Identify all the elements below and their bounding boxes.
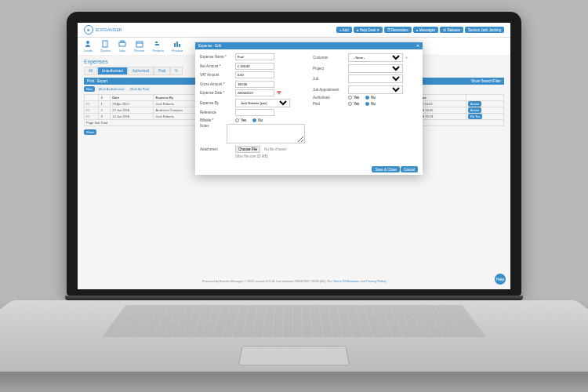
expense-date-field[interactable]	[235, 89, 274, 96]
svg-point-0	[86, 41, 89, 44]
billable-no-radio[interactable]: No	[252, 118, 263, 122]
paid-no-radio[interactable]: No	[365, 102, 376, 106]
svg-rect-9	[176, 42, 178, 47]
add-button[interactable]: + Add	[336, 27, 352, 33]
svg-rect-8	[174, 43, 176, 47]
authorised-yes-radio[interactable]: Yes	[348, 96, 359, 100]
new-button[interactable]: New	[84, 86, 95, 92]
close-icon[interactable]: ✕	[416, 44, 419, 48]
messages-button[interactable]: ● Messages	[413, 27, 438, 33]
row-action-button[interactable]: Action	[468, 101, 481, 107]
modal-title: Expense · Edit	[198, 44, 221, 48]
billable-yes-radio[interactable]: Yes	[235, 118, 246, 122]
help-button[interactable]: Help	[495, 274, 506, 285]
nav-planner[interactable]: Planner	[134, 40, 145, 53]
paid-yes-radio[interactable]: Yes	[348, 102, 359, 106]
svg-rect-10	[179, 44, 180, 47]
choose-file-button[interactable]: Choose File	[235, 146, 260, 153]
customer-select[interactable]: - None -	[348, 53, 403, 62]
svg-rect-1	[103, 41, 107, 47]
privacy-link[interactable]: Privacy Policy	[366, 279, 386, 283]
brand-logo: eEORGANISER	[84, 25, 122, 34]
net-amount-field[interactable]	[235, 63, 274, 70]
row-action-button[interactable]: Re Tax	[468, 114, 482, 119]
job-select[interactable]	[348, 74, 403, 83]
nav-projects[interactable]: Projects	[153, 40, 164, 53]
nav-jobs[interactable]: Jobs	[118, 40, 126, 53]
tab-refresh[interactable]: ↻	[170, 67, 183, 75]
nav-leads[interactable]: Leads	[84, 40, 93, 53]
nav-finance[interactable]: Finance	[172, 40, 183, 53]
authorised-no-radio[interactable]: No	[365, 96, 376, 100]
job-appointment-select[interactable]	[348, 85, 403, 94]
calendar-icon[interactable]: 📅	[277, 91, 281, 95]
cancel-button[interactable]: Cancel	[401, 166, 418, 172]
svg-rect-2	[119, 42, 125, 46]
mark-paid-button[interactable]: Mark As Paid	[128, 86, 151, 92]
tab-all[interactable]: All	[84, 67, 97, 75]
tab-unauthorised[interactable]: Unauthorised	[97, 67, 128, 75]
nav-quotes[interactable]: Quotes	[100, 40, 111, 53]
expense-by-select[interactable]: Jack Roberts (you)	[235, 99, 290, 107]
page-footer: Powered by Eworks Manager © 2022 version…	[78, 279, 510, 283]
release-button[interactable]: ⊘ Release	[440, 27, 463, 33]
svg-rect-7	[155, 44, 159, 45]
row-action-button[interactable]: Action	[468, 107, 481, 113]
tab-paid[interactable]: Paid	[154, 67, 170, 75]
service-button[interactable]: Service Jack Jacking	[465, 27, 504, 33]
help-desk-button[interactable]: ● Help Desk ▾	[354, 27, 383, 33]
tab-authorised[interactable]: Authorised	[128, 67, 154, 75]
save-close-button[interactable]: Save & Close	[372, 166, 399, 172]
add-customer-icon[interactable]: +	[405, 56, 408, 60]
gross-amount-field[interactable]	[235, 81, 274, 88]
show-button[interactable]: Show	[84, 129, 96, 135]
svg-rect-4	[136, 42, 143, 47]
svg-rect-6	[155, 42, 158, 43]
reminders-button[interactable]: ☰ Reminders	[384, 27, 412, 33]
expense-edit-modal: Expense · Edit✕ Expense Name * Net Amoun…	[195, 42, 423, 175]
project-select[interactable]	[348, 64, 403, 73]
expense-name-field[interactable]	[235, 53, 274, 60]
terms-link[interactable]: Terms Of Business	[333, 279, 360, 283]
notes-field[interactable]	[227, 124, 305, 143]
svg-rect-3	[121, 41, 124, 42]
mark-authorise-button[interactable]: Mark As Authorise	[96, 86, 126, 92]
vat-amount-field[interactable]	[235, 71, 274, 78]
reference-field[interactable]	[235, 109, 274, 116]
